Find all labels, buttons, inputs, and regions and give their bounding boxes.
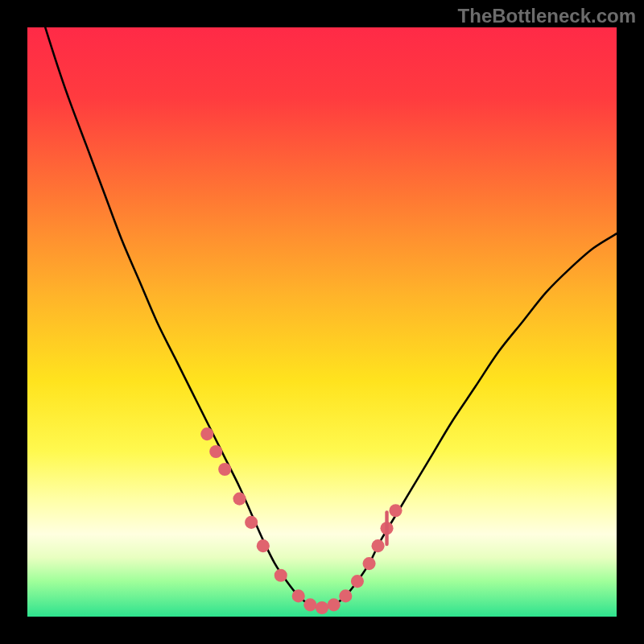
highlight-dot — [389, 504, 402, 517]
chart-frame: TheBottleneck.com — [0, 0, 644, 644]
highlight-dot — [257, 539, 270, 552]
highlight-dot — [233, 493, 246, 506]
highlight-dot — [292, 589, 305, 602]
highlight-dots — [200, 427, 402, 614]
bottleneck-curve — [27, 27, 617, 608]
highlight-dot — [275, 569, 287, 582]
highlight-dot — [200, 427, 213, 440]
highlight-dot — [209, 445, 222, 458]
highlight-dot — [363, 557, 376, 570]
highlight-dot — [351, 575, 364, 588]
highlight-dot — [303, 598, 316, 611]
chart-svg — [27, 27, 617, 617]
highlight-dot — [245, 516, 258, 529]
highlight-dot — [339, 589, 352, 602]
vertical-tick — [385, 510, 388, 546]
highlight-dot — [218, 463, 231, 476]
highlight-dot — [316, 601, 328, 614]
highlight-dot — [328, 598, 341, 611]
highlight-dot — [371, 539, 384, 552]
watermark-text: TheBottleneck.com — [458, 5, 636, 27]
plot-area — [27, 27, 617, 617]
